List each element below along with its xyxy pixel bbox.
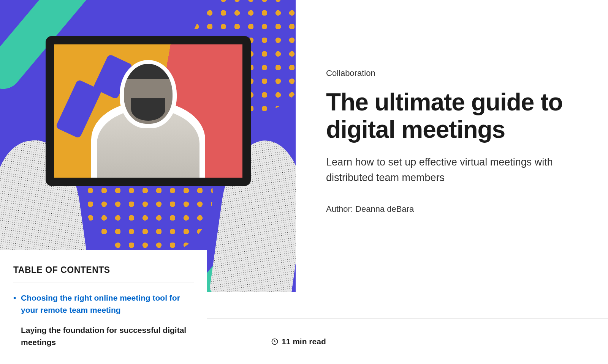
hero-illustration [0,0,296,292]
read-time-text: 11 min read [282,337,326,346]
illustration-person [95,60,201,178]
article-header: Collaboration The ultimate guide to digi… [296,0,608,364]
illustration-person-beard [131,98,165,121]
clock-icon [271,338,279,345]
article-author: Author: Deanna deBara [326,204,589,214]
toc-heading: TABLE OF CONTENTS [13,265,194,282]
table-of-contents: TABLE OF CONTENTS Choosing the right onl… [0,250,207,364]
article-title: The ultimate guide to digital meetings [326,89,589,143]
toc-item-label: Choosing the right online meeting tool f… [21,293,180,314]
illustration-tablet [46,36,251,186]
article-subtitle: Learn how to set up effective virtual me… [326,154,589,185]
article-category[interactable]: Collaboration [326,68,589,78]
meta-bar: 11 min read [207,318,608,364]
page-container: TABLE OF CONTENTS Choosing the right onl… [0,0,608,364]
left-column: TABLE OF CONTENTS Choosing the right onl… [0,0,296,364]
author-name: Deanna deBara [355,204,414,214]
toc-item-label: Laying the foundation for successful dig… [21,326,186,347]
toc-item-active[interactable]: Choosing the right online meeting tool f… [13,292,194,316]
toc-item[interactable]: Laying the foundation for successful dig… [13,324,194,348]
author-label: Author: [326,204,355,214]
read-time: 11 min read [271,337,326,346]
illustration-tablet-screen [54,44,242,178]
